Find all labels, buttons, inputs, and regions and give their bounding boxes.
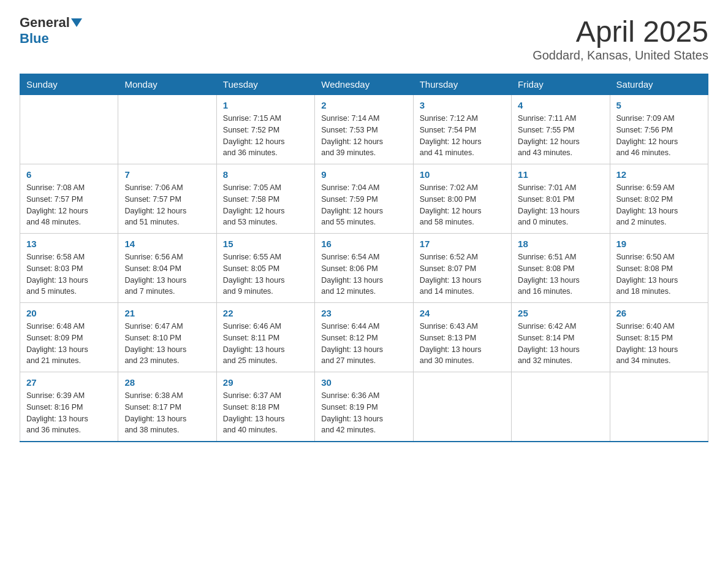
calendar-cell: 23Sunrise: 6:44 AMSunset: 8:12 PMDayligh…	[315, 303, 413, 372]
day-number: 17	[420, 239, 505, 249]
day-info: Sunrise: 6:43 AMSunset: 8:13 PMDaylight:…	[420, 321, 505, 367]
day-number: 15	[223, 239, 308, 249]
day-info: Sunrise: 6:54 AMSunset: 8:06 PMDaylight:…	[321, 251, 406, 297]
title-block: April 2025 Goddard, Kansas, United State…	[533, 15, 708, 63]
calendar-cell: 9Sunrise: 7:04 AMSunset: 7:59 PMDaylight…	[315, 164, 413, 234]
logo-general-text: General	[20, 15, 70, 31]
calendar-cell: 19Sunrise: 6:50 AMSunset: 8:08 PMDayligh…	[610, 234, 708, 303]
day-info: Sunrise: 7:05 AMSunset: 7:58 PMDaylight:…	[223, 182, 308, 228]
day-info: Sunrise: 7:15 AMSunset: 7:52 PMDaylight:…	[223, 113, 308, 159]
day-info: Sunrise: 6:56 AMSunset: 8:04 PMDaylight:…	[124, 251, 210, 297]
day-info: Sunrise: 6:39 AMSunset: 8:16 PMDaylight:…	[26, 390, 112, 436]
calendar-cell: 6Sunrise: 7:08 AMSunset: 7:57 PMDaylight…	[20, 164, 118, 234]
calendar-cell: 15Sunrise: 6:55 AMSunset: 8:05 PMDayligh…	[216, 234, 314, 303]
day-number: 26	[616, 308, 702, 318]
calendar-cell: 8Sunrise: 7:05 AMSunset: 7:58 PMDaylight…	[216, 164, 314, 234]
calendar-cell	[512, 372, 610, 442]
col-header-wednesday: Wednesday	[315, 74, 413, 95]
calendar-cell: 26Sunrise: 6:40 AMSunset: 8:15 PMDayligh…	[610, 303, 708, 372]
calendar-week-row: 6Sunrise: 7:08 AMSunset: 7:57 PMDaylight…	[20, 164, 708, 234]
day-number: 29	[223, 377, 308, 388]
calendar-week-row: 13Sunrise: 6:58 AMSunset: 8:03 PMDayligh…	[20, 234, 708, 303]
day-info: Sunrise: 6:48 AMSunset: 8:09 PMDaylight:…	[26, 321, 112, 367]
day-info: Sunrise: 7:06 AMSunset: 7:57 PMDaylight:…	[124, 182, 210, 228]
col-header-sunday: Sunday	[20, 74, 118, 95]
day-info: Sunrise: 6:36 AMSunset: 8:19 PMDaylight:…	[321, 390, 406, 436]
calendar-cell: 4Sunrise: 7:11 AMSunset: 7:55 PMDaylight…	[512, 95, 610, 164]
calendar-cell: 20Sunrise: 6:48 AMSunset: 8:09 PMDayligh…	[20, 303, 118, 372]
day-info: Sunrise: 6:51 AMSunset: 8:08 PMDaylight:…	[518, 251, 603, 297]
day-info: Sunrise: 6:38 AMSunset: 8:17 PMDaylight:…	[124, 390, 210, 436]
calendar-cell: 24Sunrise: 6:43 AMSunset: 8:13 PMDayligh…	[413, 303, 511, 372]
day-number: 22	[223, 308, 308, 318]
calendar-cell: 22Sunrise: 6:46 AMSunset: 8:11 PMDayligh…	[216, 303, 314, 372]
calendar-cell: 29Sunrise: 6:37 AMSunset: 8:18 PMDayligh…	[216, 372, 314, 442]
calendar-cell: 16Sunrise: 6:54 AMSunset: 8:06 PMDayligh…	[315, 234, 413, 303]
calendar-cell: 21Sunrise: 6:47 AMSunset: 8:10 PMDayligh…	[118, 303, 216, 372]
day-number: 19	[616, 239, 702, 249]
day-info: Sunrise: 7:08 AMSunset: 7:57 PMDaylight:…	[26, 182, 112, 228]
calendar-cell: 2Sunrise: 7:14 AMSunset: 7:53 PMDaylight…	[315, 95, 413, 164]
day-number: 23	[321, 308, 406, 318]
day-number: 20	[26, 308, 112, 318]
calendar-subtitle: Goddard, Kansas, United States	[533, 48, 708, 63]
day-number: 1	[223, 100, 308, 110]
calendar-cell: 1Sunrise: 7:15 AMSunset: 7:52 PMDaylight…	[216, 95, 314, 164]
day-info: Sunrise: 7:02 AMSunset: 8:00 PMDaylight:…	[420, 182, 505, 228]
day-info: Sunrise: 6:52 AMSunset: 8:07 PMDaylight:…	[420, 251, 505, 297]
day-info: Sunrise: 7:09 AMSunset: 7:56 PMDaylight:…	[616, 113, 702, 159]
calendar-cell: 28Sunrise: 6:38 AMSunset: 8:17 PMDayligh…	[118, 372, 216, 442]
day-number: 11	[518, 169, 603, 180]
day-number: 16	[321, 239, 406, 249]
calendar-cell: 11Sunrise: 7:01 AMSunset: 8:01 PMDayligh…	[512, 164, 610, 234]
col-header-friday: Friday	[512, 74, 610, 95]
day-number: 7	[124, 169, 210, 180]
day-number: 21	[124, 308, 210, 318]
day-info: Sunrise: 7:14 AMSunset: 7:53 PMDaylight:…	[321, 113, 406, 159]
calendar-cell	[413, 372, 511, 442]
day-number: 13	[26, 239, 112, 249]
calendar-week-row: 1Sunrise: 7:15 AMSunset: 7:52 PMDaylight…	[20, 95, 708, 164]
day-number: 10	[420, 169, 505, 180]
day-number: 4	[518, 100, 603, 110]
calendar-cell: 18Sunrise: 6:51 AMSunset: 8:08 PMDayligh…	[512, 234, 610, 303]
col-header-monday: Monday	[118, 74, 216, 95]
calendar-cell: 13Sunrise: 6:58 AMSunset: 8:03 PMDayligh…	[20, 234, 118, 303]
logo-blue-text: Blue	[20, 31, 49, 46]
day-info: Sunrise: 6:40 AMSunset: 8:15 PMDaylight:…	[616, 321, 702, 367]
day-info: Sunrise: 7:01 AMSunset: 8:01 PMDaylight:…	[518, 182, 603, 228]
day-number: 28	[124, 377, 210, 388]
calendar-week-row: 20Sunrise: 6:48 AMSunset: 8:09 PMDayligh…	[20, 303, 708, 372]
calendar-cell: 25Sunrise: 6:42 AMSunset: 8:14 PMDayligh…	[512, 303, 610, 372]
day-info: Sunrise: 6:47 AMSunset: 8:10 PMDaylight:…	[124, 321, 210, 367]
day-number: 2	[321, 100, 406, 110]
day-info: Sunrise: 6:44 AMSunset: 8:12 PMDaylight:…	[321, 321, 406, 367]
day-info: Sunrise: 7:04 AMSunset: 7:59 PMDaylight:…	[321, 182, 406, 228]
day-info: Sunrise: 6:46 AMSunset: 8:11 PMDaylight:…	[223, 321, 308, 367]
calendar-cell: 7Sunrise: 7:06 AMSunset: 7:57 PMDaylight…	[118, 164, 216, 234]
day-number: 27	[26, 377, 112, 388]
day-info: Sunrise: 7:11 AMSunset: 7:55 PMDaylight:…	[518, 113, 603, 159]
day-number: 18	[518, 239, 603, 249]
day-number: 5	[616, 100, 702, 110]
day-number: 30	[321, 377, 406, 388]
day-info: Sunrise: 6:58 AMSunset: 8:03 PMDaylight:…	[26, 251, 112, 297]
calendar-cell: 12Sunrise: 6:59 AMSunset: 8:02 PMDayligh…	[610, 164, 708, 234]
logo: General Blue	[20, 15, 83, 47]
day-number: 9	[321, 169, 406, 180]
calendar-header-row: SundayMondayTuesdayWednesdayThursdayFrid…	[20, 74, 708, 95]
calendar-cell: 17Sunrise: 6:52 AMSunset: 8:07 PMDayligh…	[413, 234, 511, 303]
day-info: Sunrise: 6:50 AMSunset: 8:08 PMDaylight:…	[616, 251, 702, 297]
day-number: 25	[518, 308, 603, 318]
col-header-tuesday: Tuesday	[216, 74, 314, 95]
day-info: Sunrise: 7:12 AMSunset: 7:54 PMDaylight:…	[420, 113, 505, 159]
day-number: 24	[420, 308, 505, 318]
calendar-cell: 14Sunrise: 6:56 AMSunset: 8:04 PMDayligh…	[118, 234, 216, 303]
col-header-saturday: Saturday	[610, 74, 708, 95]
day-number: 14	[124, 239, 210, 249]
calendar-cell	[20, 95, 118, 164]
col-header-thursday: Thursday	[413, 74, 511, 95]
day-number: 6	[26, 169, 112, 180]
calendar-cell: 3Sunrise: 7:12 AMSunset: 7:54 PMDaylight…	[413, 95, 511, 164]
calendar-cell: 30Sunrise: 6:36 AMSunset: 8:19 PMDayligh…	[315, 372, 413, 442]
